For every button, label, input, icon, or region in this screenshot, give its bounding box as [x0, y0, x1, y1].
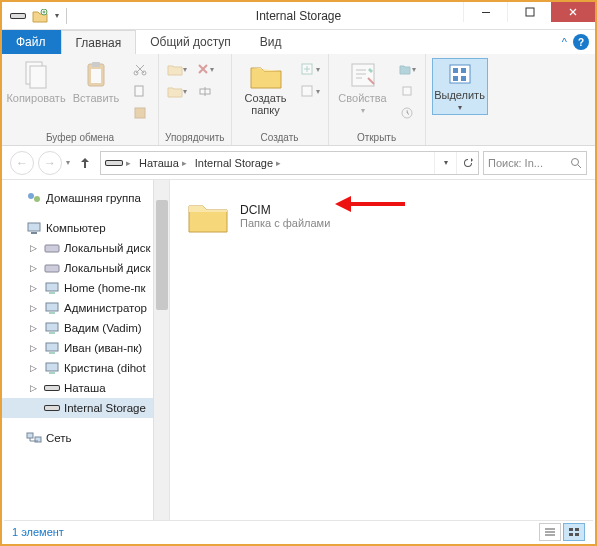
close-button[interactable] — [551, 2, 595, 22]
svg-rect-17 — [352, 64, 374, 86]
new-group-label: Создать — [238, 130, 322, 143]
network-folder-icon — [44, 320, 60, 336]
recent-dropdown-icon[interactable]: ▾ — [66, 158, 70, 167]
svg-rect-35 — [46, 303, 58, 311]
select-label: Выделить — [434, 89, 485, 101]
svg-rect-23 — [453, 76, 458, 81]
search-icon — [570, 157, 582, 169]
tab-home[interactable]: Главная — [61, 30, 137, 54]
content-pane[interactable]: DCIM Папка с файлами — [170, 180, 595, 520]
svg-rect-3 — [482, 12, 490, 13]
nav-net-ivan[interactable]: ▷ Иван (иван-пк) — [2, 338, 169, 358]
nav-net-kristina[interactable]: ▷ Кристина (dihot — [2, 358, 169, 378]
edit-icon[interactable] — [397, 82, 417, 100]
network-icon — [26, 430, 42, 446]
nav-net-natasha[interactable]: ▷ Наташа — [2, 378, 169, 398]
svg-point-27 — [572, 158, 579, 165]
svg-rect-1 — [11, 14, 25, 18]
ribbon-tabs: Файл Главная Общий доступ Вид ^ ? — [2, 30, 595, 54]
svg-rect-37 — [46, 343, 58, 351]
search-input[interactable]: Поиск: In... — [483, 151, 587, 175]
svg-rect-8 — [92, 62, 100, 67]
cut-icon[interactable] — [130, 60, 150, 78]
breadcrumb-item-0[interactable]: Наташа ▸ — [135, 157, 191, 169]
easy-access-icon[interactable]: ▾ — [300, 82, 320, 100]
refresh-icon[interactable] — [456, 152, 478, 174]
new-folder-label: Создать папку — [245, 92, 287, 116]
network-folder-icon — [44, 360, 60, 376]
copy-to-icon[interactable]: ▾ — [167, 82, 187, 100]
new-item-icon[interactable]: ▾ — [300, 60, 320, 78]
svg-point-28 — [28, 193, 34, 199]
nav-network[interactable]: Сеть — [2, 428, 169, 448]
paste-shortcut-icon[interactable] — [130, 104, 150, 122]
up-button[interactable] — [74, 152, 96, 174]
nav-homegroup[interactable]: Домашняя группа — [2, 188, 169, 208]
folder-name: DCIM — [240, 203, 330, 217]
svg-rect-4 — [526, 8, 534, 16]
minimize-button[interactable] — [463, 2, 507, 22]
svg-rect-31 — [31, 232, 37, 234]
move-to-icon[interactable]: ▾ — [167, 60, 187, 78]
paste-button[interactable]: Вставить — [68, 58, 124, 124]
open-icon[interactable]: ▾ — [397, 60, 417, 78]
maximize-button[interactable] — [507, 2, 551, 22]
rename-icon[interactable] — [195, 82, 215, 100]
delete-icon[interactable]: ▾ — [195, 60, 215, 78]
back-button[interactable]: ← — [10, 151, 34, 175]
tab-view[interactable]: Вид — [246, 30, 297, 54]
device-icon — [44, 400, 60, 416]
chevron-right-icon[interactable]: ▸ — [182, 158, 187, 168]
copy-path-icon[interactable] — [130, 82, 150, 100]
nav-internal-storage[interactable]: Internal Storage — [2, 398, 169, 418]
svg-rect-40 — [45, 386, 59, 390]
history-icon[interactable] — [397, 104, 417, 122]
expander-icon[interactable]: ▷ — [30, 383, 40, 393]
svg-rect-33 — [45, 265, 59, 272]
expander-icon[interactable]: ▷ — [30, 243, 40, 253]
svg-rect-30 — [28, 223, 40, 231]
address-bar[interactable]: ▸ Наташа ▸ Internal Storage ▸ ▾ — [100, 151, 479, 175]
tab-share[interactable]: Общий доступ — [136, 30, 246, 54]
tiles-view-button[interactable] — [563, 523, 585, 541]
nav-disk-1[interactable]: ▷ Локальный диск — [2, 258, 169, 278]
nav-disk-0[interactable]: ▷ Локальный диск — [2, 238, 169, 258]
nav-net-admin[interactable]: ▷ Администратор — [2, 298, 169, 318]
forward-button[interactable]: → — [38, 151, 62, 175]
breadcrumb-label: Наташа — [139, 157, 179, 169]
qat-dropdown-icon[interactable]: ▾ — [52, 6, 62, 26]
tab-file[interactable]: Файл — [2, 30, 61, 54]
help-icon[interactable]: ? — [573, 34, 589, 50]
breadcrumb-item-1[interactable]: Internal Storage ▸ — [191, 157, 285, 169]
expander-icon[interactable]: ▷ — [30, 343, 40, 353]
chevron-right-icon[interactable]: ▸ — [126, 158, 131, 168]
nav-net-vadim[interactable]: ▷ Вадим (Vadim) — [2, 318, 169, 338]
device-icon — [8, 6, 28, 26]
nav-computer[interactable]: Компьютер — [2, 218, 169, 238]
new-folder-button[interactable]: Создать папку — [238, 58, 294, 118]
ribbon-group-organize: ▾ ▾ ▾ Упорядочить — [159, 54, 232, 145]
select-button[interactable]: Выделить ▾ — [432, 58, 488, 115]
breadcrumb-root-icon[interactable]: ▸ — [101, 158, 135, 168]
new-folder-icon[interactable] — [30, 6, 50, 26]
ribbon-group-clipboard: Копировать Вставить Буфер обмена — [2, 54, 159, 145]
chevron-right-icon[interactable]: ▸ — [276, 158, 281, 168]
address-dropdown-icon[interactable]: ▾ — [434, 152, 456, 174]
expander-icon[interactable]: ▷ — [30, 283, 40, 293]
expander-icon[interactable]: ▷ — [30, 363, 40, 373]
properties-button[interactable]: Свойства ▾ — [335, 58, 391, 124]
ribbon-right-controls: ^ ? — [562, 30, 589, 54]
copy-button[interactable]: Копировать — [8, 58, 64, 124]
expander-icon[interactable]: ▷ — [30, 303, 40, 313]
details-view-button[interactable] — [539, 523, 561, 541]
expander-icon[interactable]: ▷ — [30, 263, 40, 273]
navpane-scrollbar[interactable] — [153, 180, 169, 520]
expander-icon[interactable]: ▷ — [30, 323, 40, 333]
network-folder-icon — [44, 300, 60, 316]
nav-net-home[interactable]: ▷ Home (home-пк — [2, 278, 169, 298]
nav-label: Домашняя группа — [46, 192, 141, 204]
annotation-arrow — [335, 194, 405, 214]
scrollbar-thumb[interactable] — [156, 200, 168, 310]
collapse-ribbon-icon[interactable]: ^ — [562, 36, 567, 48]
svg-rect-46 — [575, 528, 579, 531]
